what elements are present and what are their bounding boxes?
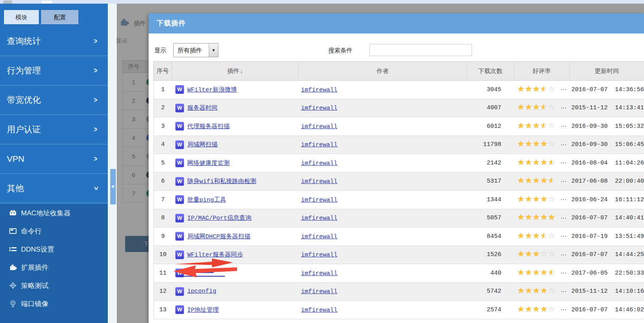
rating-stars: ☆★☆★☆★☆★☆★	[517, 85, 556, 95]
rating-cell: ☆★☆★☆★☆★☆★ ⋯	[512, 250, 568, 260]
author-link[interactable]: imfirewall	[301, 142, 338, 148]
sidebar-submenu-other: MAC地址收集器 命令行 DDNS设置 扩展插件 策略测试 端口镜像	[0, 204, 108, 323]
plugin-link[interactable]: ipconfig	[187, 288, 216, 295]
browser-remnant	[3, 0, 12, 4]
app-root: 模块 配置 查询统计 > 行为管理 > 带宽优化 > 用户认证 > VPN >	[0, 0, 644, 323]
table-row: 13 W IP地址管理 imfirewall 2574 ☆★☆★☆★☆★☆★ ⋯…	[153, 301, 644, 319]
author-link[interactable]: imfirewall	[301, 215, 338, 222]
browser-remnant	[42, 1, 52, 4]
rating-cell: ☆★☆★☆★☆★☆★ ⋯	[512, 231, 568, 242]
update-time: 2016-06-24 16:11:12	[568, 196, 644, 203]
download-count: 11798	[466, 141, 513, 148]
download-count: 3045	[466, 86, 513, 93]
download-count: 5057	[466, 215, 513, 221]
sidebar-item-policy-test[interactable]: 策略测试	[0, 277, 108, 295]
rating-stars: ☆★☆★☆★☆★☆★	[517, 213, 556, 223]
update-time: 2016-07-19 13:51:49	[568, 233, 644, 240]
author-link[interactable]: imfirewall	[301, 233, 338, 240]
sidebar-item-other[interactable]: 其他 >	[0, 174, 108, 203]
update-time: 2015-11-12 14:10:16	[568, 288, 644, 295]
search-input[interactable]	[369, 44, 472, 56]
plugin-link[interactable]: 服务器时间	[187, 104, 218, 112]
row-number: 13	[154, 306, 172, 313]
author-link[interactable]: imfirewall	[301, 270, 338, 277]
author-link[interactable]: imfirewall	[301, 178, 338, 185]
sidebar-item-bandwidth[interactable]: 带宽优化 >	[0, 85, 108, 115]
col-header-author[interactable]: 作者	[298, 62, 467, 80]
dialog-header: 下载插件	[149, 13, 644, 33]
sidebar-item-user-auth[interactable]: 用户认证 >	[0, 115, 108, 144]
rating-stars: ☆★☆★☆★☆★☆★	[517, 250, 556, 260]
rating-stars: ☆★☆★☆★☆★☆★	[517, 231, 556, 242]
sidebar-item-vpn[interactable]: VPN >	[0, 144, 108, 174]
sidebar-item-label: 查询统计	[7, 36, 41, 46]
row-number: 10	[154, 251, 172, 258]
table-row: 3 W 代理服务器扫描 imfirewall 6012 ☆★☆★☆★☆★☆★ ⋯…	[153, 117, 644, 136]
plugin-link[interactable]: 批量ping工具	[187, 196, 226, 204]
table-row: 1 W WFilter新浪微博 imfirewall 3045 ☆★☆★☆★☆★…	[153, 81, 644, 99]
plugin-link[interactable]: WFilter服务器同步	[187, 251, 243, 258]
col-header-updated[interactable]: 更新时间	[570, 62, 644, 80]
author-link[interactable]: imfirewall	[301, 87, 338, 94]
rating-stars: ☆★☆★☆★☆★☆★	[517, 195, 556, 205]
author-cell: imfirewall	[298, 123, 466, 130]
col-header-downloads[interactable]: 下载次数	[467, 62, 514, 80]
plugin-link[interactable]: IP地址管理	[187, 306, 219, 314]
plugin-link[interactable]: 局域网DHCP服务器扫描	[187, 233, 250, 240]
plugins-table: 序号 插件↓ 作者 下载次数 好评率 更新时间 1 W WFilter新浪微博 …	[153, 61, 644, 319]
author-link[interactable]: imfirewall	[301, 123, 338, 130]
plugin-link[interactable]: 随身wifi和私接路由检测	[187, 177, 256, 185]
sidebar-item-extension-plugins[interactable]: 扩展插件	[0, 258, 108, 277]
author-cell: imfirewall	[298, 288, 466, 295]
tab-modules[interactable]: 模块	[4, 10, 39, 24]
plugin-cell: W ipconfig	[172, 287, 298, 296]
sidebar-item-mac-collector[interactable]: MAC地址收集器	[0, 204, 108, 222]
author-link[interactable]: imfirewall	[301, 307, 338, 314]
col-header-no[interactable]: 序号	[154, 62, 172, 80]
plugin-w-icon: W	[175, 250, 184, 259]
col-header-rating[interactable]: 好评率	[514, 62, 570, 80]
plugin-link[interactable]: 代理服务器扫描	[187, 123, 230, 130]
update-time: 2016-09-30 15:06:45	[568, 141, 644, 148]
sidebar-item-label: 端口镜像	[21, 300, 48, 308]
author-link[interactable]: imfirewall	[301, 160, 338, 167]
update-time: 2016-07-07 14:40:41	[568, 215, 644, 221]
plugin-link[interactable]: 局域网扫描	[187, 141, 218, 148]
plugin-w-icon: W	[175, 158, 184, 167]
sidebar-collapse-handle[interactable]: ◀	[110, 169, 116, 204]
sidebar-item-command-line[interactable]: 命令行	[0, 222, 108, 240]
author-link[interactable]: imfirewall	[301, 197, 338, 204]
author-link[interactable]: imfirewall	[301, 105, 338, 112]
plugin-cell: W IP地址管理	[172, 305, 298, 314]
author-link[interactable]: imfirewall	[301, 252, 338, 258]
author-cell: imfirewall	[298, 251, 466, 258]
author-link[interactable]: imfirewall	[301, 288, 338, 295]
plugin-link[interactable]: WFilter新浪微博	[187, 86, 237, 94]
col-header-plugin[interactable]: 插件↓	[172, 62, 298, 80]
row-number: 4	[154, 141, 172, 148]
plugin-cell: W 服务器时间	[172, 104, 298, 113]
ellipsis: ⋯	[560, 159, 566, 167]
download-count: 2574	[466, 306, 513, 313]
plugin-link[interactable]: IP/MAC/Port信息查询	[187, 214, 252, 222]
plugin-link[interactable]: 网络健康度监测	[187, 159, 230, 167]
port-mirror-icon	[9, 300, 17, 308]
plugin-cell: W 局域网扫描	[172, 140, 298, 149]
sidebar-item-ddns-settings[interactable]: DDNS设置	[0, 240, 108, 258]
sidebar-item-label: MAC地址收集器	[21, 209, 71, 217]
sidebar-item-label: 用户认证	[7, 125, 41, 134]
sidebar-item-port-mirror[interactable]: 端口镜像	[0, 295, 108, 313]
download-count: 1526	[466, 251, 513, 258]
plugin-filter-select[interactable]: 所有插件 ▼	[173, 43, 218, 57]
dropdown-arrow-icon[interactable]: ▼	[209, 44, 218, 57]
sidebar-item-behavior-mgmt[interactable]: 行为管理 >	[0, 56, 108, 85]
download-count: 6012	[466, 123, 513, 130]
author-cell: imfirewall	[298, 269, 466, 277]
rating-cell: ☆★☆★☆★☆★☆★ ⋯	[512, 158, 568, 168]
col-header-label: 插件	[227, 67, 239, 75]
tab-config[interactable]: 配置	[41, 10, 78, 24]
row-number: 1	[154, 86, 172, 93]
ellipsis: ⋯	[560, 86, 566, 93]
table-row: 11 W imfirewall 440 ☆★☆★☆★☆★☆★ ⋯ 2017-06…	[153, 264, 644, 283]
sidebar-item-query-stats[interactable]: 查询统计 >	[0, 27, 108, 56]
